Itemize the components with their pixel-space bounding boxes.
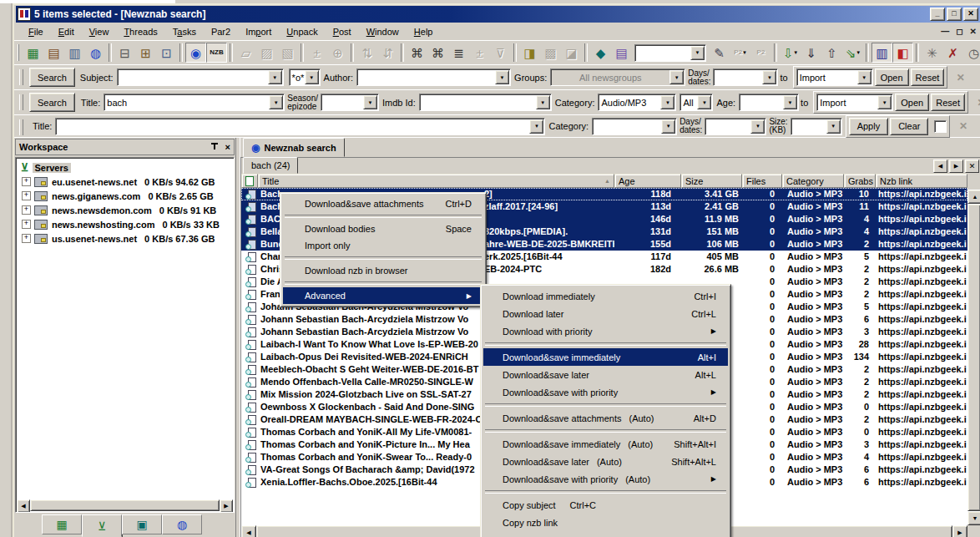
expand-icon[interactable]: + [22,205,31,215]
title-combo[interactable]: bach▼ [104,94,285,111]
maximize-button[interactable]: □ [947,8,962,21]
close-button[interactable]: ✕ [963,8,978,21]
tab-scroll-left-icon[interactable]: ◀ [933,160,947,173]
submenu-item-download-save-attachments[interactable]: Download&save attachments(Auto)Alt+D [483,409,728,427]
dropdown-icon[interactable]: ▼ [857,70,871,84]
submenu-item-copy-all-fields-selection[interactable]: Copy all fields (selection) [483,531,728,537]
servers-tab[interactable]: ⊻ [82,514,122,537]
menu-item-advanced[interactable]: Advanced▶ [283,287,483,304]
group-threads-icon[interactable]: ⌘ [407,43,427,63]
age-combo[interactable]: ▼ [739,94,799,111]
menu-help[interactable]: Help [407,25,441,38]
statistics-icon[interactable]: ▥ [871,43,892,63]
bookmark-icon[interactable]: ◆ [590,43,611,63]
import-articles-icon[interactable]: ⇧ [821,43,842,63]
dropdown-icon[interactable]: ▼ [268,70,282,84]
mdi-restore-icon[interactable]: ◻ [956,27,962,36]
cancel-tasks-icon[interactable]: ✗ [942,43,963,63]
unpack-tab[interactable]: ▣ [122,514,162,534]
workspace-hscrollbar[interactable]: ◀ ▶ [17,499,233,511]
open-button[interactable]: Open [875,68,909,86]
dropdown-icon[interactable]: ▼ [690,46,705,60]
expand-icon[interactable]: + [22,177,31,186]
save-marked-icon[interactable]: ◨ [519,43,540,63]
menu-item-download-save-attachments[interactable]: Download&save attachmentsCtrl+D [283,195,483,212]
download-to-icon[interactable]: ⇩▾ [780,43,801,63]
submenu-item-download-later[interactable]: Download laterCtrl+L [483,305,728,322]
dropdown-arrow-icon[interactable]: ▾ [795,49,798,56]
category-combo[interactable]: Audio/MP3▼ [598,94,676,111]
wildcard-combo[interactable]: *o*▼ [289,68,321,86]
column-header-grabs[interactable]: Grabs [844,174,876,188]
tab-scroll-right-icon[interactable]: ▶ [949,160,963,173]
dropdown-icon[interactable]: ▼ [536,95,550,109]
globe-w-icon[interactable]: ◍ [85,43,106,63]
tab-close-icon[interactable]: ✕ [965,160,979,173]
action-combo[interactable]: Import▼ [796,68,873,86]
scroll-right-icon[interactable]: ▶ [220,499,233,513]
newznab-search-icon[interactable]: ◉ [185,43,206,63]
library-tab[interactable]: ▦ [42,514,82,534]
dropdown-icon[interactable]: ▼ [305,70,319,84]
tab-bach-results[interactable]: bach (24) [243,157,298,174]
scroll-up-icon[interactable]: ▲ [967,190,980,204]
column-header-age[interactable]: Age [614,174,681,188]
filter-days-combo[interactable]: ▼ [705,118,766,135]
menu-tasks[interactable]: Tasks [165,25,204,38]
flat-list-icon[interactable]: ≣ [448,43,469,63]
column-header-size[interactable]: Size [681,174,742,188]
search-archive-icon[interactable]: ⊡ [156,43,177,63]
action-combo[interactable]: Import▼ [816,94,893,111]
filter-checkbox[interactable] [934,120,947,133]
submenu-item-download-save-immediately[interactable]: Download&save immediatelyAlt+I [483,348,728,366]
scroll-right-icon[interactable]: ▶ [952,525,967,537]
purge-icon[interactable]: ✳ [922,43,942,63]
menu-edit[interactable]: Edit [51,25,82,38]
subcategory-combo[interactable]: All▼ [679,94,713,111]
save-folder-icon[interactable]: ⇘▾ [842,43,863,63]
server-item-news-giganews-com[interactable]: +news.giganews.com0 KB/s 2.65 GB [16,189,234,203]
apply-button[interactable]: Apply [849,118,889,135]
dropdown-icon[interactable]: ▼ [669,70,684,84]
submenu-item-copy-nzb-link[interactable]: Copy nzb link [483,514,728,531]
title-bar[interactable]: 5 items selected - [Newznab search] _ □ … [16,6,980,23]
dropdown-icon[interactable]: ▼ [750,119,765,134]
server-item-news-newsdemon-com[interactable]: +news.newsdemon.com0 KB/s 91 KB [16,203,234,217]
menu-par2[interactable]: Par2 [204,25,238,38]
filter-size-combo[interactable]: ▼ [791,118,842,135]
submenu-item-download-save-later[interactable]: Download&save later(Auto)Shift+Alt+L [483,453,728,470]
submenu-item-download-with-priority[interactable]: Download with priority▶ [483,322,728,340]
search-subject-button[interactable]: Search [29,68,75,87]
imdb-combo[interactable]: ▼ [419,94,552,111]
tree-root-servers[interactable]: ⊻ Servers [16,160,234,175]
column-icon-header[interactable] [241,174,258,188]
groups-combo[interactable]: All newsgroups▼ [550,68,685,86]
reset-button[interactable]: Reset [911,68,945,86]
scroll-thumb[interactable] [967,204,980,511]
menu-view[interactable]: View [82,25,117,38]
menu-import[interactable]: Import [238,25,279,38]
workspace-close-icon[interactable]: × [225,142,230,152]
scroll-thumb[interactable] [30,499,220,511]
dropdown-arrow-icon[interactable]: ▾ [743,49,746,56]
submenu-item-download-save-with-priority[interactable]: Download&save with priority▶ [483,383,728,401]
address-book-icon[interactable]: ▤ [43,43,64,63]
menu-window[interactable]: Window [359,25,407,38]
toolbar-combo[interactable]: ▼ [634,44,706,62]
submenu-item-download-save-immediately[interactable]: Download&save immediately(Auto)Shift+Alt… [483,435,728,453]
scroll-left-icon[interactable]: ◀ [241,525,256,537]
dropdown-icon[interactable]: ▼ [495,70,509,84]
dropdown-icon[interactable]: ▼ [762,70,776,84]
submenu-item-copy-subject[interactable]: Copy subjectCtrl+C [483,496,728,514]
mdi-minimize-icon[interactable]: — [941,27,949,36]
submenu-item-download-save-later[interactable]: Download&save laterAlt+L [483,366,728,383]
compose-icon[interactable]: ✎ [709,43,730,63]
server-item-us-usenet-news-net[interactable]: +us.usenet-news.net0 KB/s 67.36 GB [16,231,234,246]
move-articles-icon[interactable]: ⇓ [801,43,821,63]
web-tab[interactable]: ◍ [162,514,202,534]
search-title-button[interactable]: Search [29,93,75,112]
column-header-files[interactable]: Files [742,174,782,188]
tab-newznab-search[interactable]: ◉ Newznab search [243,138,345,157]
minimize-button[interactable]: _ [930,8,945,21]
servers-icon[interactable]: ▦ [23,43,43,63]
